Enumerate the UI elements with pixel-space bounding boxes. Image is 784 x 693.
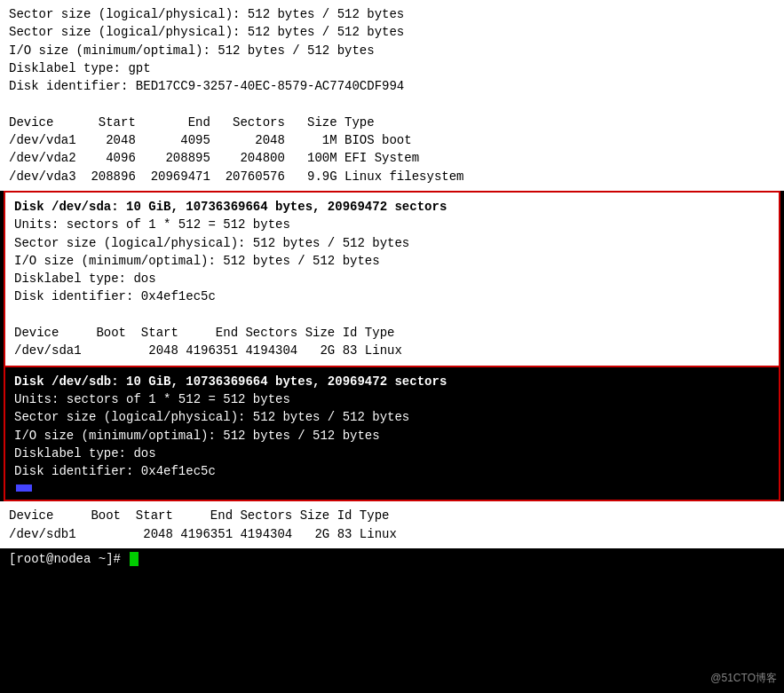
prompt-text: [root@nodea ~]# — [9, 552, 128, 566]
sda-section: Disk /dev/sda: 10 GiB, 10736369664 bytes… — [4, 191, 780, 367]
scroll-indicator — [16, 484, 32, 492]
sda-disk-header: Disk /dev/sda: 10 GiB, 10736369664 bytes… — [14, 198, 770, 216]
sdb-details: Units: sectors of 1 * 512 = 512 bytes Se… — [14, 390, 770, 480]
prompt-section: [root@nodea ~]# — [0, 548, 784, 570]
top-section: Sector size (logical/physical): 512 byte… — [0, 0, 784, 191]
top-lines: Sector size (logical/physical): 512 byte… — [9, 23, 775, 185]
bottom-section: Device Boot Start End Sectors Size Id Ty… — [0, 501, 784, 548]
cursor — [130, 552, 139, 566]
top-section-text: Sector size (logical/physical): 512 byte… — [9, 5, 775, 23]
sdb-disk-header: Disk /dev/sdb: 10 GiB, 10736369664 bytes… — [14, 373, 770, 390]
terminal: Sector size (logical/physical): 512 byte… — [0, 0, 784, 693]
watermark: @51CTO博客 — [710, 671, 777, 686]
top-content: Sector size (logical/physical): 512 byte… — [9, 23, 775, 185]
sda-details: Units: sectors of 1 * 512 = 512 bytes Se… — [14, 216, 770, 359]
bottom-content: Device Boot Start End Sectors Size Id Ty… — [9, 507, 775, 543]
sdb-section: Disk /dev/sdb: 10 GiB, 10736369664 bytes… — [4, 367, 780, 502]
